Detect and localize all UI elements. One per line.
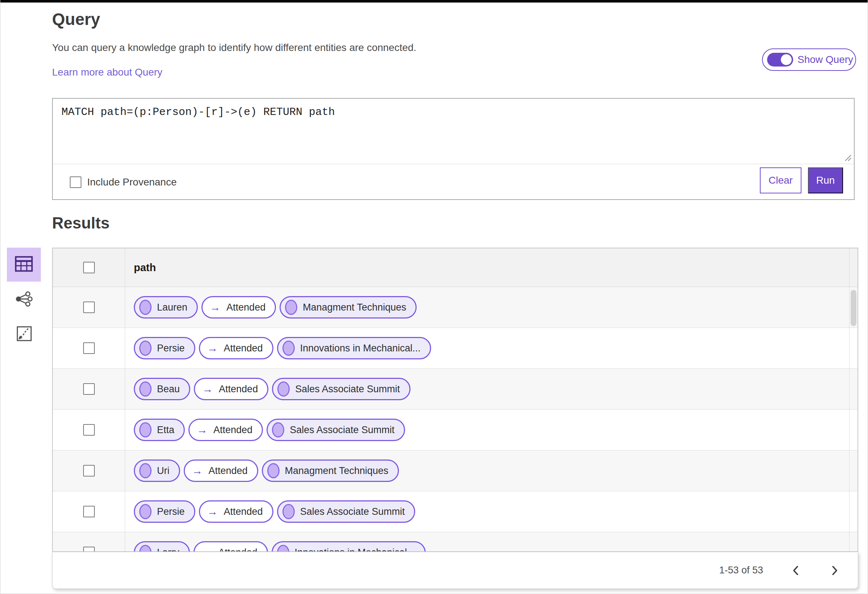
row-checkbox-cell (53, 287, 125, 327)
node-icon (285, 300, 297, 315)
node-pill-source[interactable]: Beau (134, 378, 190, 400)
select-all-checkbox[interactable] (83, 262, 95, 273)
path-cell: Persie→AttendedInnovations in Mechanical… (125, 328, 858, 368)
edge-label: Attended (209, 465, 248, 476)
show-query-toggle[interactable]: Show Query (762, 49, 856, 71)
row-checkbox-cell (53, 451, 125, 491)
arrow-right-icon: → (207, 506, 218, 518)
path-cell: Uri→AttendedManagment Techniques (125, 451, 858, 491)
scrollbar-thumb[interactable] (851, 290, 856, 326)
arrow-right-icon: → (202, 383, 213, 395)
node-pill-source[interactable]: Persie (134, 500, 195, 523)
node-label: Uri (157, 465, 170, 476)
page-description: You can query a knowledge graph to ident… (52, 42, 416, 53)
learn-more-link[interactable]: Learn more about Query (52, 66, 162, 78)
node-icon (282, 504, 295, 519)
node-icon (139, 300, 152, 315)
table-row: Lauren→AttendedManagment Techniques (53, 287, 858, 328)
node-label: Persie (157, 343, 185, 354)
node-icon (277, 545, 289, 552)
app-window: Query You can query a knowledge graph to… (0, 0, 868, 594)
node-pill-target[interactable]: Managment Techniques (262, 460, 399, 482)
previous-page-button[interactable] (789, 564, 802, 577)
node-icon (139, 382, 152, 396)
row-checkbox[interactable] (83, 465, 95, 476)
run-button[interactable]: Run (808, 167, 843, 193)
query-editor-panel: MATCH path=(p:Person)-[r]->(e) RETURN pa… (52, 98, 855, 200)
node-icon (139, 504, 152, 519)
row-checkbox-cell (53, 328, 125, 368)
sidebar-item-table-view[interactable] (7, 248, 41, 282)
node-icon (282, 340, 295, 356)
row-checkbox[interactable] (83, 302, 95, 313)
node-icon (139, 340, 152, 356)
network-graph-icon (16, 291, 33, 308)
node-label: Larry (157, 547, 179, 553)
row-checkbox[interactable] (83, 424, 95, 436)
edge-label: Attended (224, 343, 263, 354)
row-checkbox[interactable] (83, 506, 95, 517)
node-pill-source[interactable]: Etta (134, 419, 185, 441)
node-label: Managment Techniques (303, 302, 406, 313)
query-controls-row: Include Provenance Clear Run (53, 164, 854, 200)
node-pill-target[interactable]: Innovations in Mechanical... (272, 541, 426, 552)
edge-pill[interactable]: →Attended (193, 541, 268, 552)
row-checkbox[interactable] (83, 342, 95, 354)
node-pill-source[interactable]: Lauren (134, 296, 198, 318)
table-row: Larry→AttendedInnovations in Mechanical.… (53, 532, 858, 552)
node-pill-target[interactable]: Sales Associate Summit (267, 419, 405, 441)
include-provenance-option: Include Provenance (70, 177, 177, 188)
table-row: Persie→AttendedInnovations in Mechanical… (53, 328, 858, 369)
path-cell: Lauren→AttendedManagment Techniques (125, 287, 858, 327)
edge-label: Attended (218, 547, 257, 553)
node-label: Innovations in Mechanical... (300, 343, 421, 354)
node-pill-target[interactable]: Innovations in Mechanical... (277, 337, 431, 360)
row-checkbox[interactable] (83, 383, 95, 395)
row-checkbox[interactable] (83, 547, 95, 552)
next-page-button[interactable] (828, 564, 841, 577)
node-icon (139, 545, 152, 552)
textarea-resize-handle[interactable] (842, 152, 852, 163)
node-label: Etta (157, 424, 174, 436)
page-range-label: 1-53 of 53 (719, 565, 763, 576)
edge-label: Attended (219, 383, 258, 395)
include-provenance-checkbox[interactable] (70, 177, 81, 188)
node-icon (139, 463, 152, 478)
node-pill-target[interactable]: Sales Associate Summit (272, 378, 410, 400)
path-cell: Beau→AttendedSales Associate Summit (125, 369, 858, 409)
edge-label: Attended (213, 424, 252, 436)
path-chart-icon (16, 326, 32, 343)
chevron-left-icon (792, 565, 800, 576)
arrow-right-icon: → (210, 301, 221, 314)
node-pill-target[interactable]: Managment Techniques (280, 296, 417, 318)
header-checkbox-cell (53, 248, 125, 287)
edge-label: Attended (224, 506, 263, 517)
node-label: Sales Associate Summit (290, 424, 394, 436)
row-checkbox-cell (53, 491, 125, 532)
row-checkbox-cell (53, 410, 125, 450)
node-label: Persie (157, 506, 185, 517)
pagination-bar: 1-53 of 53 (52, 552, 858, 589)
row-checkbox-cell (53, 369, 125, 409)
query-input[interactable]: MATCH path=(p:Person)-[r]->(e) RETURN pa… (62, 106, 840, 118)
clear-button[interactable]: Clear (760, 167, 802, 193)
table-icon (15, 256, 33, 273)
edge-pill[interactable]: →Attended (194, 378, 269, 400)
edge-pill[interactable]: →Attended (199, 500, 273, 523)
edge-pill[interactable]: →Attended (189, 419, 263, 441)
sidebar-item-chart-view[interactable] (11, 323, 37, 346)
edge-pill[interactable]: →Attended (184, 460, 258, 482)
node-label: Sales Associate Summit (295, 383, 400, 395)
node-label: Beau (157, 383, 180, 395)
column-header-path: path (134, 262, 156, 274)
node-pill-source[interactable]: Larry (134, 541, 190, 552)
sidebar-item-network-view[interactable] (11, 289, 37, 311)
node-pill-source[interactable]: Uri (134, 460, 180, 482)
edge-pill[interactable]: →Attended (199, 337, 273, 360)
toggle-switch[interactable] (767, 53, 793, 66)
arrow-right-icon: → (202, 546, 213, 552)
node-pill-source[interactable]: Persie (134, 337, 195, 360)
node-pill-target[interactable]: Sales Associate Summit (277, 500, 416, 523)
edge-pill[interactable]: →Attended (201, 296, 276, 318)
table-header-row: path (53, 248, 858, 287)
